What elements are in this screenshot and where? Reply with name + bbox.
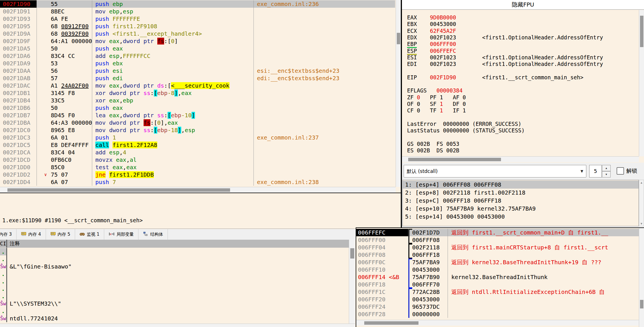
- disasm-row[interactable]: 002F1DC08965 E8mov dword ptr ss:[ebp-18]…: [0, 126, 395, 134]
- stack-value-cell[interactable]: 006FFF18: [408, 251, 448, 259]
- disasm-address[interactable]: 002F1DB1: [0, 89, 37, 97]
- disasm-row[interactable]: 002F1D9568 08912F00push first1.2F9108: [0, 23, 395, 30]
- disasm-row[interactable]: 002F1DA953push ebx: [0, 60, 395, 67]
- disasm-address[interactable]: 002F1DB7: [0, 112, 37, 119]
- disasm-row[interactable]: 002F1DAA56push esiesi:__enc$textbss$end+…: [0, 67, 395, 74]
- registers-horizontal-scrollbar[interactable]: [402, 156, 639, 162]
- disassembly-vertical-scrollbar[interactable]: [396, 0, 401, 187]
- disasm-row[interactable]: 002F1DCA83C4 04add esp,4: [0, 149, 395, 156]
- tab-局部变量[interactable]: x=局部变量: [104, 229, 138, 240]
- disasm-instruction[interactable]: add esp,FFFFFFCC: [92, 52, 253, 60]
- disasm-address[interactable]: 002F1DB4: [0, 97, 37, 104]
- stack-address[interactable]: 006FFF14 <&B: [356, 273, 408, 281]
- disasm-instruction[interactable]: push esi: [92, 67, 253, 74]
- disasm-row[interactable]: 002F1D918BECmov ebp,esp: [0, 8, 395, 15]
- disasm-row[interactable]: 002F1DB13145 F8xor dword ptr ss:[ebp-8],…: [0, 89, 395, 97]
- disasm-instruction[interactable]: push <first1.__except_handler4>: [92, 30, 253, 37]
- disasm-address[interactable]: 002F1DAC: [0, 82, 37, 89]
- disasm-address[interactable]: 002F1DAA: [0, 67, 37, 74]
- disasm-row[interactable]: 002F1DA683C4 CCadd esp,FFFFFFCC: [0, 52, 395, 60]
- disasm-row[interactable]: 002F1DBA64:A3 00000000mov dword ptr fs:[…: [0, 119, 395, 126]
- disasm-row[interactable]: 002F1DD085C0test eax,eax: [0, 164, 395, 171]
- disasm-address[interactable]: 002F1DCD: [0, 156, 37, 164]
- disasm-instruction[interactable]: push first1.2F9108: [92, 23, 253, 30]
- stack-value-cell[interactable]: 00453000: [408, 266, 448, 273]
- stack-address[interactable]: 006FFF0C: [356, 259, 408, 266]
- disasm-address[interactable]: 002F1DC5: [0, 141, 37, 149]
- disasm-instruction[interactable]: mov eax,dword ptr fs:[0]: [92, 37, 253, 45]
- disasm-address[interactable]: 002F1DD2: [0, 171, 37, 178]
- disasm-instruction[interactable]: call first1.2F12A8: [92, 141, 253, 149]
- stack-value[interactable]: 006FFF70: [412, 281, 440, 288]
- argument-row[interactable]: 4: [esp+10] 75AF7BA9 kernel32.75AF7BA9: [403, 205, 639, 213]
- scrollbar-thumb[interactable]: [397, 33, 400, 44]
- register-line[interactable]: EBP 006FFF00: [407, 41, 456, 47]
- stack-row[interactable]: 006FFF1C772AC28B返回到 ntdll.RtlInitializeE…: [356, 288, 639, 296]
- disasm-instruction[interactable]: push ebp: [92, 0, 253, 8]
- dump-ascii-cell[interactable]: Ŝw: [0, 263, 6, 270]
- register-line[interactable]: EDI 002F1023 <first1.OptionalHeader.Addr…: [407, 61, 603, 67]
- stack-row[interactable]: 006FFF18006FFF70: [356, 281, 639, 288]
- disasm-instruction[interactable]: jne first1.2F1DDB: [92, 171, 253, 178]
- stack-value-cell[interactable]: 75AF7BA9: [408, 259, 448, 266]
- scroll-up-icon[interactable]: ▲: [639, 181, 644, 184]
- disasm-row[interactable]: 002F1DCD0FB6C0movzx eax,al: [0, 156, 395, 164]
- stack-address[interactable]: 006FFF20: [356, 296, 408, 303]
- dump-vertical-scrollbar[interactable]: [349, 240, 355, 324]
- dump-row[interactable]: .: [0, 292, 349, 300]
- disasm-address[interactable]: 002F1DC0: [0, 126, 37, 134]
- disasm-instruction[interactable]: mov dword ptr fs:[0],eax: [92, 119, 253, 126]
- dump-row[interactable]: .: [0, 285, 349, 292]
- disasm-row[interactable]: 002F1DB650push eax: [0, 104, 395, 112]
- disasm-instruction[interactable]: test eax,eax: [92, 164, 253, 171]
- stack-row[interactable]: 006FFF0C75AF7BA9返回到 kernel32.BaseThreadI…: [356, 259, 639, 266]
- disasm-instruction[interactable]: xor dword ptr ss:[ebp-8],eax: [92, 89, 253, 97]
- argument-row[interactable]: 5: [esp+14] 00453000 00453000: [403, 213, 639, 221]
- register-line[interactable]: ES 002B DS 002B: [407, 147, 459, 154]
- register-line[interactable]: CF 0 TF 1 IF 1: [407, 107, 466, 114]
- stack-value[interactable]: 002F1D7D: [412, 229, 440, 236]
- disasm-instruction[interactable]: push ebx: [92, 60, 253, 67]
- disasm-address[interactable]: 002F1DD4: [0, 178, 37, 186]
- stack-address[interactable]: 006FFF28: [356, 310, 408, 318]
- disasm-row[interactable]: 002F1DD46A 07push 7exe_common.inl:238: [0, 178, 395, 186]
- dump-row[interactable]: .: [0, 278, 349, 285]
- scrollbar-thumb[interactable]: [408, 158, 501, 161]
- register-line[interactable]: LastError 00000000 (ERROR_SUCCESS): [407, 121, 521, 127]
- disasm-row[interactable]: 002F1DB78D45 F0lea eax,dword ptr ss:[ebp…: [0, 112, 395, 119]
- disasm-instruction[interactable]: mov dword ptr ss:[ebp-18],esp: [92, 126, 253, 134]
- disasm-address[interactable]: 002F1DB6: [0, 104, 37, 112]
- dump-row[interactable]: .: [0, 255, 349, 263]
- register-line[interactable]: ECX 62F45A2F: [407, 28, 456, 34]
- disasm-address[interactable]: 002F1DA9: [0, 60, 37, 67]
- disasm-instruction[interactable]: push eax: [92, 104, 253, 112]
- disasm-row[interactable]: 002F1DA550push eax: [0, 45, 395, 52]
- disasm-row[interactable]: 002F1DC36A 01push 1exe_common.inl:237: [0, 134, 395, 141]
- stack-value-cell[interactable]: 00453000: [408, 296, 448, 303]
- stack-value-cell[interactable]: 965737DC: [408, 303, 448, 310]
- tab-内存 4[interactable]: 内存 4: [17, 229, 46, 240]
- argument-row[interactable]: 1: [esp+4] 006FFF08 006FFF08: [403, 181, 639, 189]
- disasm-instruction[interactable]: mov ebp,esp: [92, 8, 253, 15]
- disasm-address[interactable]: 002F1D95: [0, 23, 37, 30]
- tab-内存 3[interactable]: 内存 3: [0, 229, 17, 240]
- stack-value-cell[interactable]: 002F1D7D: [408, 229, 448, 236]
- register-line[interactable]: EAX 9D0B0000: [407, 14, 456, 21]
- stack-value[interactable]: 00453000: [412, 296, 440, 303]
- argument-count-input[interactable]: 5: [589, 165, 602, 177]
- argument-row[interactable]: 2: [esp+8] 002F2118 first1.002F2118: [403, 189, 639, 197]
- stack-value[interactable]: 772AC28B: [412, 288, 440, 296]
- disasm-instruction[interactable]: push edi: [92, 74, 253, 82]
- stack-value-cell[interactable]: 00000000: [408, 310, 448, 318]
- register-line[interactable]: EIP 002F1D90 <first1.__scrt_common_main_…: [407, 74, 583, 81]
- stack-address[interactable]: 006FFF04: [356, 244, 408, 251]
- disasm-address[interactable]: 002F1DBA: [0, 119, 37, 126]
- stack-row[interactable]: 006FFF00006FFF08: [356, 236, 639, 244]
- dump-row[interactable]: .: [0, 270, 349, 278]
- stack-address[interactable]: 006FFF10: [356, 266, 408, 273]
- tab-内存 5[interactable]: 内存 5: [46, 229, 75, 240]
- disasm-row[interactable]: 002F1DC5E8 DEF4FFFFcall first1.2F12A8: [0, 141, 395, 149]
- register-line[interactable]: EFLAGS 00000384: [407, 87, 462, 94]
- stack-row[interactable]: 006FFF1000453000: [356, 266, 639, 273]
- register-line[interactable]: ESI 002F1023 <first1.OptionalHeader.Addr…: [407, 54, 603, 61]
